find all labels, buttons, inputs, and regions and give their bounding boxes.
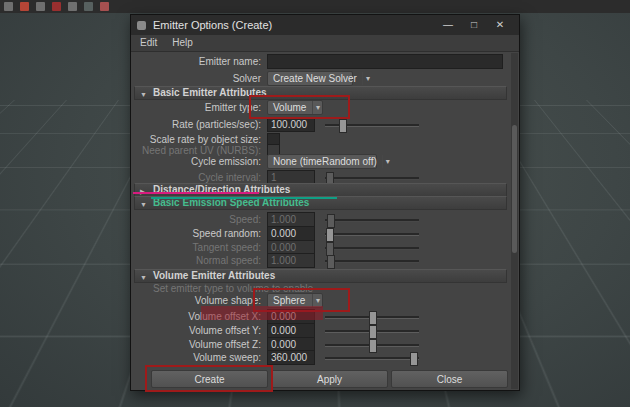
normal-speed-label: Normal speed:	[135, 254, 261, 267]
cycle-emission-row: Cycle emission: None (timeRandom off) ▾	[135, 154, 505, 170]
chevron-down-icon: ▾	[312, 294, 320, 307]
emitter-name-row: Emitter name:	[135, 54, 505, 70]
cycle-interval-slider[interactable]	[325, 177, 419, 179]
close-button[interactable]: Close	[391, 370, 508, 388]
volume-sweep-input[interactable]	[267, 350, 315, 365]
scrollbar-thumb[interactable]	[512, 125, 517, 253]
volume-shape-dropdown[interactable]: Sphere ▾	[267, 293, 323, 308]
emitter-name-input[interactable]	[267, 54, 503, 69]
speed-input[interactable]	[267, 212, 315, 227]
volume-offset-x-label: Volume offset X:	[135, 310, 261, 323]
statusline-icon-7[interactable]	[100, 2, 109, 11]
volume-offset-x-input[interactable]	[267, 309, 315, 324]
tangent-speed-slider[interactable]	[325, 247, 419, 249]
statusline-icon-6[interactable]	[84, 2, 93, 11]
volume-offset-y-input[interactable]	[267, 323, 315, 338]
solver-label: Solver	[135, 72, 261, 85]
menu-edit[interactable]: Edit	[140, 35, 157, 51]
speed-label: Speed:	[135, 213, 261, 226]
speed-slider[interactable]	[325, 219, 419, 221]
solver-row: Solver Create New Solver ▾	[135, 71, 505, 87]
dialog-content: Emitter name: Solver Create New Solver ▾…	[131, 52, 519, 390]
section-distance-direction-attributes[interactable]: ▶ Distance/Direction Attributes	[134, 183, 507, 197]
section-title: Distance/Direction Attributes	[153, 184, 290, 195]
maximize-icon[interactable]: □	[461, 15, 487, 35]
dialog-titlebar[interactable]: Emitter Options (Create) — □ ✕	[131, 15, 519, 35]
maya-top-bar	[0, 0, 630, 13]
normal-speed-row: Normal speed:	[135, 253, 505, 269]
normal-speed-input[interactable]	[267, 253, 315, 268]
apply-button[interactable]: Apply	[271, 370, 388, 388]
cycle-emission-label: Cycle emission:	[135, 155, 261, 168]
rate-row: Rate (particles/sec):	[135, 117, 505, 133]
normal-speed-slider[interactable]	[325, 260, 419, 262]
emitter-options-dialog: Emitter Options (Create) — □ ✕ Edit Help…	[130, 14, 520, 391]
rate-slider[interactable]	[325, 124, 419, 126]
speed-random-slider[interactable]	[325, 233, 419, 235]
statusline-icon-1[interactable]	[4, 2, 13, 11]
volume-sweep-slider-handle[interactable]	[410, 352, 418, 366]
rate-slider-handle[interactable]	[339, 119, 347, 133]
speed-random-label: Speed random:	[135, 227, 261, 240]
speed-random-input[interactable]	[267, 226, 315, 241]
statusline-icon-4[interactable]	[52, 2, 61, 11]
triangle-expanded-icon: ▼	[140, 199, 147, 211]
volume-offset-x-slider[interactable]	[325, 316, 419, 318]
window-icon	[137, 21, 146, 30]
emitter-type-label: Emitter type:	[135, 101, 261, 114]
dialog-menubar: Edit Help	[131, 35, 519, 52]
section-volume-emitter-attributes[interactable]: ▼ Volume Emitter Attributes	[134, 269, 507, 283]
volume-sweep-row: Volume sweep:	[135, 350, 505, 366]
volume-offset-z-slider[interactable]	[325, 344, 419, 346]
create-button[interactable]: Create	[151, 370, 268, 388]
dialog-title: Emitter Options (Create)	[153, 19, 435, 31]
cycle-emission-dropdown[interactable]: None (timeRandom off) ▾	[267, 154, 377, 169]
emitter-type-row: Emitter type: Volume ▾	[135, 100, 505, 116]
rate-input[interactable]	[267, 117, 315, 132]
menu-help[interactable]: Help	[172, 35, 193, 51]
normal-speed-slider-handle[interactable]	[327, 255, 335, 269]
volume-offset-y-slider[interactable]	[325, 330, 419, 332]
solver-dropdown[interactable]: Create New Solver ▾	[267, 71, 353, 86]
volume-sweep-slider[interactable]	[325, 357, 419, 359]
volume-shape-row: Volume shape: Sphere ▾	[135, 293, 505, 309]
statusline-icon-5[interactable]	[68, 2, 77, 11]
minimize-icon[interactable]: —	[435, 15, 461, 35]
section-title: Volume Emitter Attributes	[153, 270, 275, 281]
chevron-down-icon: ▾	[312, 101, 320, 114]
chevron-down-icon: ▾	[382, 155, 390, 168]
emitter-name-label: Emitter name:	[135, 55, 261, 68]
vertical-scrollbar[interactable]	[511, 53, 518, 389]
statusline-icon-3[interactable]	[36, 2, 45, 11]
section-basic-emission-speed-attributes[interactable]: ▼ Basic Emission Speed Attributes	[134, 196, 507, 210]
section-title: Basic Emitter Attributes	[153, 87, 267, 98]
rate-label: Rate (particles/sec):	[135, 118, 261, 131]
emitter-type-dropdown[interactable]: Volume ▾	[267, 100, 323, 115]
chevron-down-icon: ▾	[362, 72, 370, 85]
volume-sweep-label: Volume sweep:	[135, 351, 261, 364]
volume-shape-label: Volume shape:	[135, 294, 261, 307]
statusline-icon-2[interactable]	[20, 2, 29, 11]
volume-offset-y-label: Volume offset Y:	[135, 324, 261, 337]
section-title: Basic Emission Speed Attributes	[153, 197, 309, 208]
close-icon[interactable]: ✕	[487, 15, 513, 35]
section-basic-emitter-attributes[interactable]: ▼ Basic Emitter Attributes	[134, 86, 507, 100]
statusline	[4, 2, 109, 11]
